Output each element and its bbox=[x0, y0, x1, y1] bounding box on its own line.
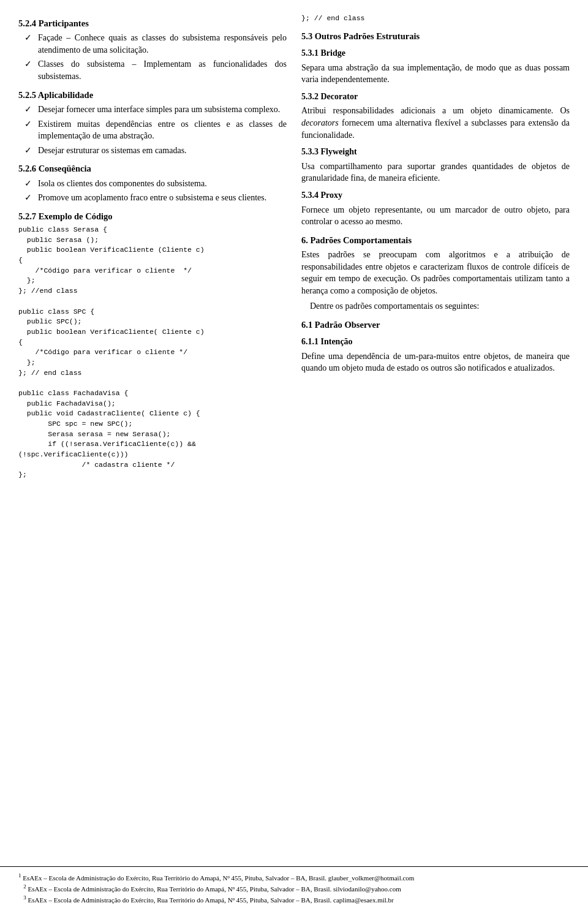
list-item: Existirem muitas dependências entre os c… bbox=[24, 118, 287, 142]
two-column-layout: 5.2.4 Participantes Façade – Conhece qua… bbox=[0, 0, 588, 866]
section-534-text: Fornece um objeto representante, ou um m… bbox=[301, 204, 570, 228]
section-611-title: 6.1.1 Intenção bbox=[301, 336, 570, 348]
code-block-facade: public class Serasa { public Serasa (); … bbox=[18, 225, 287, 480]
section-611-text: Define uma dependência de um-para-muitos… bbox=[301, 350, 570, 374]
section-527-title: 5.2.7 Exemplo de Código bbox=[18, 210, 287, 222]
section-526-list: Isola os clientes dos componentes do sub… bbox=[24, 178, 287, 204]
section-6-title: 6. Padrões Comportamentais bbox=[301, 234, 570, 246]
list-item: Façade – Conhece quais as classes do sub… bbox=[24, 32, 287, 56]
list-item: Isola os clientes dos componentes do sub… bbox=[24, 178, 287, 190]
section-526-title: 5.2.6 Conseqüência bbox=[18, 162, 287, 175]
section-531-text: Separa uma abstração da sua implementaçã… bbox=[301, 62, 570, 86]
section-53-title: 5.3 Outros Padrões Estruturais bbox=[301, 30, 570, 42]
section-6-text2: Dentre os padrões comportamentais os seg… bbox=[301, 300, 570, 312]
footnote-text-3: EsAEx – Escola de Administração do Exérc… bbox=[26, 896, 394, 904]
list-item: Desejar fornecer uma interface simples p… bbox=[24, 104, 287, 116]
decorator-italic: decorators bbox=[301, 118, 339, 127]
section-533-title: 5.3.3 Flyweight bbox=[301, 146, 570, 158]
section-524-list: Façade – Conhece quais as classes do sub… bbox=[24, 32, 287, 82]
section-532-text: Atribui responsabilidades adicionais a u… bbox=[301, 105, 570, 141]
footer-note-3: 3 EsAEx – Escola de Administração do Exé… bbox=[18, 894, 570, 905]
page: 5.2.4 Participantes Façade – Conhece qua… bbox=[0, 0, 588, 911]
section-533-text: Usa compartilhamento para suportar grand… bbox=[301, 161, 570, 184]
footer-note-1: 1 EsAEx – Escola de Administração do Exé… bbox=[18, 872, 570, 883]
section-6-text: Estes padrões se preocupam com algoritmo… bbox=[301, 249, 570, 297]
footnote-text-2: EsAEx – Escola de Administração do Exérc… bbox=[26, 885, 401, 892]
section-61-title: 6.1 Padrão Observer bbox=[301, 319, 570, 331]
section-534-title: 5.3.4 Proxy bbox=[301, 189, 570, 202]
code-top: }; // end class bbox=[301, 13, 570, 24]
list-item: Classes do subsistema – Implementam as f… bbox=[24, 58, 287, 82]
section-524-title: 5.2.4 Participantes bbox=[18, 17, 287, 29]
section-525-list: Desejar fornecer uma interface simples p… bbox=[24, 104, 287, 156]
section-532-title: 5.3.2 Decorator bbox=[301, 91, 570, 103]
footnote-text-1: EsAEx – Escola de Administração do Exérc… bbox=[21, 874, 415, 881]
section-531-title: 5.3.1 Bridge bbox=[301, 47, 570, 59]
section-525-title: 5.2.5 Aplicabilidade bbox=[18, 89, 287, 101]
footer-note-2: 2 EsAEx – Escola de Administração do Exé… bbox=[18, 883, 570, 894]
right-column: }; // end class 5.3 Outros Padrões Estru… bbox=[301, 11, 570, 860]
list-item: Promove um acoplamento fraco entre o sub… bbox=[24, 192, 287, 204]
left-column: 5.2.4 Participantes Façade – Conhece qua… bbox=[18, 11, 287, 860]
list-item: Desejar estruturar os sistemas em camada… bbox=[24, 145, 287, 157]
footer: 1 EsAEx – Escola de Administração do Exé… bbox=[0, 866, 588, 911]
